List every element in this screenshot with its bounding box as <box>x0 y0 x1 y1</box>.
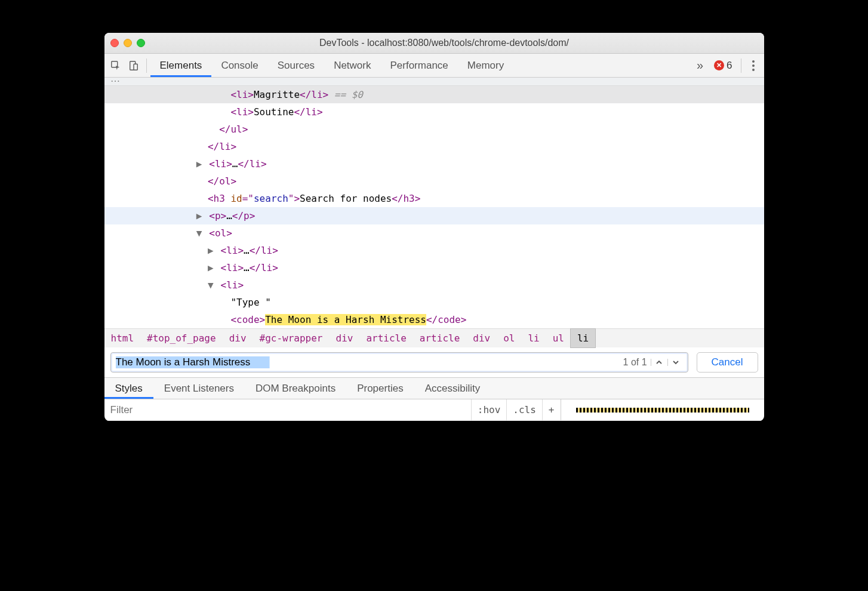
subtab-properties[interactable]: Properties <box>346 378 414 399</box>
crumb-article[interactable]: article <box>413 329 466 347</box>
search-next-button[interactable] <box>667 359 684 366</box>
titlebar: DevTools - localhost:8080/web/tools/chro… <box>104 33 764 54</box>
error-icon: ✕ <box>714 60 724 70</box>
dom-node[interactable]: ▶ <li>…</li> <box>104 259 764 276</box>
window-title: DevTools - localhost:8080/web/tools/chro… <box>131 38 758 48</box>
tab-performance[interactable]: Performance <box>380 54 457 77</box>
box-model-strip <box>576 408 749 413</box>
dom-node[interactable]: <h3 id="search">Search for nodes</h3> <box>104 190 764 207</box>
separator <box>146 59 147 73</box>
dom-node[interactable]: ▼ <ol> <box>104 224 764 242</box>
device-toolbar-icon[interactable] <box>125 57 143 75</box>
styles-subtabs: Styles Event Listeners DOM Breakpoints P… <box>104 378 764 399</box>
crumb-ul[interactable]: ul <box>546 329 571 347</box>
dom-node[interactable]: <code>The Moon is a Harsh Mistress</code… <box>104 311 764 328</box>
crumb-li[interactable]: li <box>521 329 546 347</box>
tab-network[interactable]: Network <box>324 54 380 77</box>
dom-node[interactable]: </ul> <box>104 121 764 138</box>
settings-menu-icon[interactable] <box>745 60 762 71</box>
search-bar: 1 of 1 Cancel <box>104 347 764 378</box>
dom-node[interactable]: </ol> <box>104 173 764 190</box>
dom-text-node[interactable]: "Type " <box>104 294 764 311</box>
style-toggle-group: :hov .cls + <box>471 399 561 420</box>
collapsed-ancestors[interactable]: ⋯ <box>104 78 764 86</box>
subtab-event-listeners[interactable]: Event Listeners <box>153 378 245 399</box>
dom-node[interactable]: ▶ <li>…</li> <box>104 242 764 259</box>
dom-node-selected[interactable]: <li>Magritte</li> == $0 <box>104 86 764 103</box>
tab-console[interactable]: Console <box>211 54 267 77</box>
search-prev-button[interactable] <box>651 359 667 366</box>
crumb-div[interactable]: div <box>330 329 360 347</box>
styles-filter-box <box>104 399 471 420</box>
tab-elements[interactable]: Elements <box>150 54 212 77</box>
error-badge[interactable]: ✕ 6 <box>709 60 737 72</box>
separator <box>741 59 741 73</box>
search-input[interactable] <box>116 356 620 368</box>
styles-toolbar: :hov .cls + <box>104 399 764 421</box>
tab-memory[interactable]: Memory <box>458 54 513 77</box>
dom-node[interactable]: </li> <box>104 138 764 155</box>
computed-pane-peek <box>561 399 764 420</box>
subtab-styles[interactable]: Styles <box>104 378 153 399</box>
styles-filter-input[interactable] <box>110 404 465 416</box>
cancel-button[interactable]: Cancel <box>697 352 758 373</box>
dom-node[interactable]: ▶ <li>…</li> <box>104 155 764 173</box>
svg-rect-2 <box>134 64 137 70</box>
crumb-top-of-page[interactable]: #top_of_page <box>140 329 223 347</box>
search-count: 1 of 1 <box>620 357 651 368</box>
cls-toggle[interactable]: .cls <box>506 399 542 420</box>
main-tabs: Elements Console Sources Network Perform… <box>150 54 691 77</box>
dom-node[interactable]: <li>Soutine</li> <box>104 103 764 121</box>
main-toolbar: Elements Console Sources Network Perform… <box>104 54 764 78</box>
crumb-div[interactable]: div <box>223 329 253 347</box>
dom-node[interactable]: ▼ <li> <box>104 276 764 294</box>
search-box: 1 of 1 <box>110 352 688 373</box>
tabs-overflow-button[interactable]: » <box>691 59 709 72</box>
crumb-ol[interactable]: ol <box>497 329 521 347</box>
tab-sources[interactable]: Sources <box>268 54 324 77</box>
crumb-article[interactable]: article <box>359 329 413 347</box>
close-icon[interactable] <box>110 39 119 47</box>
crumb-li-selected[interactable]: li <box>571 329 595 347</box>
inspect-element-icon[interactable] <box>107 57 125 75</box>
breadcrumb: html #top_of_page div #gc-wrapper div ar… <box>104 328 764 347</box>
crumb-html[interactable]: html <box>104 329 141 347</box>
hov-toggle[interactable]: :hov <box>471 399 507 420</box>
subtab-accessibility[interactable]: Accessibility <box>414 378 491 399</box>
crumb-div[interactable]: div <box>466 329 497 347</box>
subtab-dom-breakpoints[interactable]: DOM Breakpoints <box>245 378 346 399</box>
dom-tree[interactable]: <li>Magritte</li> == $0 <li>Soutine</li>… <box>104 86 764 328</box>
new-rule-button[interactable]: + <box>542 399 561 420</box>
devtools-window: DevTools - localhost:8080/web/tools/chro… <box>104 33 764 421</box>
dom-node-hover[interactable]: ▶ <p>…</p> <box>104 207 764 224</box>
error-count: 6 <box>727 60 732 72</box>
crumb-gc-wrapper[interactable]: #gc-wrapper <box>253 329 330 347</box>
